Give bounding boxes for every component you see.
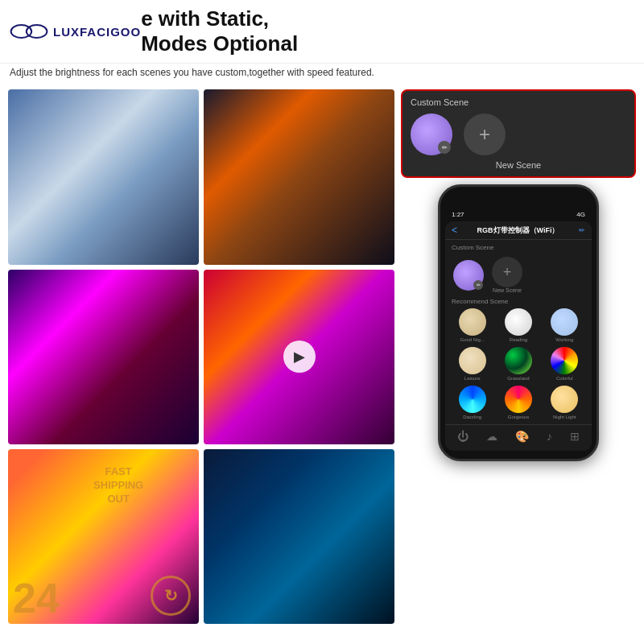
scene-reading-circle: [505, 308, 532, 336]
scene-gorgeous-label: Gorgeous: [508, 415, 529, 419]
custom-scene-popup: Custom Scene ✏ + New Scene: [401, 89, 636, 178]
scene-leisure-label: Leisure: [464, 376, 481, 381]
header-subtitle: Adjust the brightness for each scenes yo…: [0, 64, 644, 83]
phone-scene-row: ✏ + New Scene: [445, 254, 592, 295]
scene-night-light[interactable]: Night Light: [544, 386, 585, 419]
phone-recommend-label: Recommend Scene: [445, 295, 592, 307]
play-button[interactable]: ▶: [283, 341, 316, 373]
edit-icon[interactable]: ✏: [438, 141, 451, 154]
phone-edit-button[interactable]: ✏: [579, 226, 585, 234]
svg-point-1: [27, 25, 47, 38]
scene-circles: ✏ +: [411, 114, 626, 155]
overlay-number: 24: [13, 577, 60, 619]
image-grid: ▶ 24 FAST SHIPPING OUT ↻: [8, 89, 394, 624]
scene-leisure-circle: [459, 347, 486, 374]
scene-working-label: Working: [555, 337, 573, 342]
logo-text: LUXFACIGOO: [53, 25, 141, 39]
scene-working[interactable]: Working: [544, 308, 585, 342]
phone-color-grid: Good Nig... Reading Working Leisure: [445, 307, 592, 421]
phone-notch: [494, 195, 543, 208]
scene-gorgeous[interactable]: Gorgeous: [497, 386, 539, 419]
scene-night-light-label: Night Light: [553, 415, 576, 419]
header-title: e with Static, Modes Optional: [141, 6, 634, 56]
arrow-circle: ↻: [151, 576, 191, 616]
phone-screen: < RGB灯带控制器（WiFi） ✏ Custom Scene ✏ +: [445, 221, 592, 451]
scene-grassland[interactable]: Grassland: [497, 347, 539, 381]
phone-edit-icon[interactable]: ✏: [473, 280, 483, 290]
image-cell-6: [204, 449, 394, 624]
image-cell-3: [8, 270, 199, 444]
scene-good-night[interactable]: Good Nig...: [452, 308, 493, 342]
phone-palette-icon[interactable]: 🎨: [515, 430, 529, 443]
phone-grid-icon[interactable]: ⊞: [570, 430, 580, 443]
custom-scene-circle[interactable]: ✏: [411, 114, 452, 155]
header: LUXFACIGOO e with Static, Modes Optional: [0, 0, 644, 64]
new-scene-label: New Scene: [411, 160, 626, 170]
phone-status-bar: 1:27 4G: [445, 211, 592, 221]
scene-reading[interactable]: Reading: [497, 308, 539, 342]
scene-good-night-circle: [459, 308, 486, 336]
add-scene-circle[interactable]: +: [464, 114, 506, 155]
scene-grassland-label: Grassland: [507, 376, 529, 381]
phone-new-scene-label: New Scene: [493, 287, 522, 293]
phone-bottom-bar: ⏻ ☁ 🎨 ♪ ⊞: [445, 424, 592, 444]
scene-colorful[interactable]: Colorful: [544, 347, 585, 381]
logo-icon: [10, 19, 48, 43]
phone-mockup: 1:27 4G < RGB灯带控制器（WiFi） ✏ Custom Scene …: [438, 184, 599, 461]
image-cell-5: 24 FAST SHIPPING OUT ↻: [8, 449, 199, 624]
phone-container: 1:27 4G < RGB灯带控制器（WiFi） ✏ Custom Scene …: [401, 184, 636, 624]
scene-leisure[interactable]: Leisure: [452, 347, 493, 381]
phone-signal: 4G: [576, 211, 585, 218]
overlay-fast-shipping: FAST SHIPPING OUT: [93, 465, 143, 506]
phone-screen-title: RGB灯带控制器（WiFi）: [477, 225, 559, 236]
right-panel: Custom Scene ✏ + New Scene 1:27 4G: [394, 89, 636, 624]
phone-add-circle[interactable]: +: [492, 257, 522, 287]
phone-music-icon[interactable]: ♪: [547, 430, 552, 443]
image-cell-4: ▶: [204, 270, 394, 444]
logo-area: LUXFACIGOO: [10, 19, 141, 43]
main-content: ▶ 24 FAST SHIPPING OUT ↻ Custom Scene: [0, 83, 644, 630]
phone-header-bar: < RGB灯带控制器（WiFi） ✏: [445, 221, 592, 240]
scene-gorgeous-circle: [505, 386, 532, 413]
scene-good-night-label: Good Nig...: [460, 337, 484, 342]
phone-custom-scene-label: Custom Scene: [445, 240, 592, 254]
scene-colorful-circle: [551, 347, 578, 374]
scene-dazzling-circle: [459, 386, 486, 413]
phone-time: 1:27: [452, 211, 464, 218]
phone-back-button[interactable]: <: [452, 225, 457, 236]
phone-custom-circle[interactable]: ✏: [453, 260, 484, 291]
image-cell-2: [204, 89, 394, 264]
scene-working-circle: [551, 308, 578, 336]
scene-reading-label: Reading: [510, 337, 527, 342]
custom-scene-popup-label: Custom Scene: [411, 97, 626, 107]
scene-dazzling-label: Dazzling: [463, 415, 481, 419]
image-cell-1: [8, 89, 199, 264]
scene-grassland-circle: [505, 347, 532, 374]
scene-night-light-circle: [551, 386, 578, 413]
phone-power-icon[interactable]: ⏻: [457, 430, 469, 443]
phone-cloud-icon[interactable]: ☁: [486, 430, 497, 443]
scene-colorful-label: Colorful: [556, 376, 573, 381]
scene-dazzling[interactable]: Dazzling: [452, 386, 493, 419]
